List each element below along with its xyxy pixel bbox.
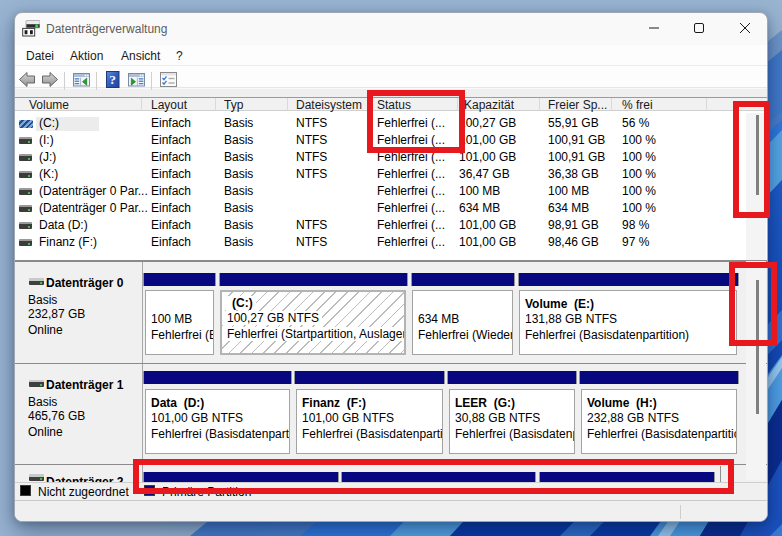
svg-text:?: ? — [109, 72, 116, 87]
